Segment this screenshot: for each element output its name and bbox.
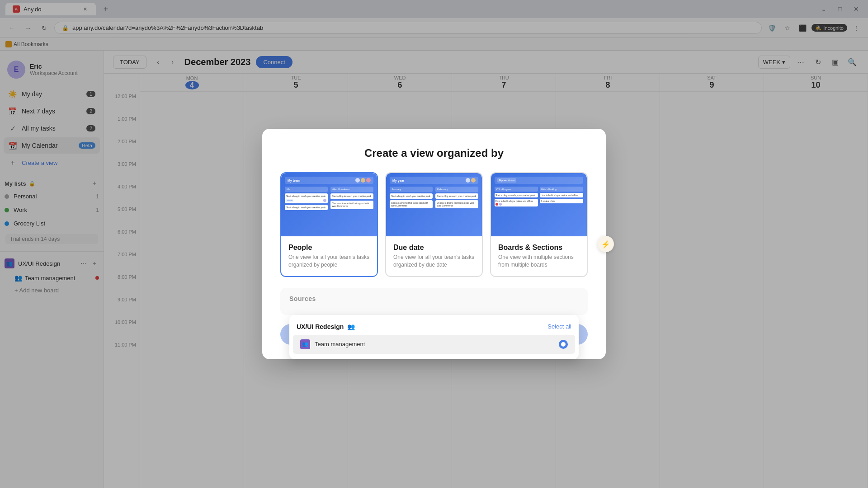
view-options: My team Me Start a blog to reach your cr… — [280, 172, 588, 277]
team-mgmt-icon: 👥 — [300, 339, 310, 349]
duedate-preview-image: My year January Start a blog to reach yo… — [386, 173, 482, 236]
dropdown-title: UX/UI Redesign 👥 — [297, 323, 355, 330]
view-card-due-date[interactable]: My year January Start a blog to reach yo… — [385, 172, 483, 277]
sources-section: Sources UX/UI Redesign 👥 Select all 👥 Te… — [280, 288, 588, 315]
team-mgmt-name: Team management — [315, 341, 365, 347]
people-desc: One view for all your team's tasks organ… — [281, 253, 377, 269]
sources-title: Sources — [289, 295, 579, 302]
dropdown-title-text: UX/UI Redesign — [297, 323, 344, 330]
people-group-icon: 👥 — [347, 323, 355, 330]
dropdown-header: UX/UI Redesign 👥 Select all — [289, 320, 579, 335]
due-date-title: Due date — [386, 244, 482, 253]
boards-title: Boards & Sections — [491, 244, 587, 253]
boards-desc: One view with multiple sections from mul… — [491, 253, 587, 269]
view-card-people[interactable]: My team Me Start a blog to reach your cr… — [280, 172, 378, 277]
boards-preview-image: My sections iOS > Progress Start a blog … — [491, 173, 587, 236]
select-all-button[interactable]: Select all — [547, 323, 571, 330]
sources-dropdown: UX/UI Redesign 👥 Select all 👥 Team manag… — [289, 315, 579, 359]
cursor-indicator — [559, 340, 568, 349]
view-card-boards[interactable]: My sections iOS > Progress Start a blog … — [490, 172, 588, 277]
modal-title: Create a view organized by — [280, 147, 588, 160]
people-preview-image: My team Me Start a blog to reach your cr… — [281, 173, 377, 236]
modal-overlay[interactable]: Create a view organized by My team — [0, 0, 868, 488]
dropdown-item-team[interactable]: 👥 Team management — [293, 335, 575, 354]
floating-hint-button[interactable]: ⚡ — [598, 236, 614, 252]
people-title: People — [281, 244, 377, 253]
create-view-modal: Create a view organized by My team — [262, 129, 606, 359]
due-date-desc: One view for all your team's tasks organ… — [386, 253, 482, 269]
